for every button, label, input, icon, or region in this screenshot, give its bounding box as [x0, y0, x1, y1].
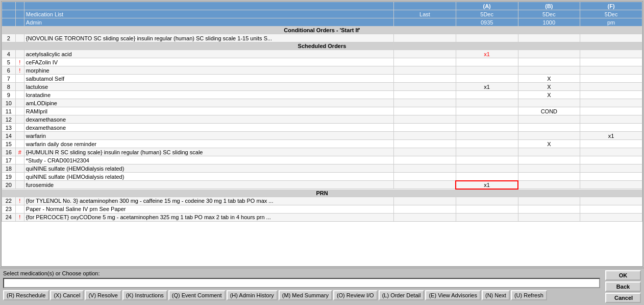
cancel-button[interactable]: (X) Cancel [50, 290, 84, 300]
medication-select-input[interactable] [3, 278, 600, 288]
row-last [394, 34, 456, 42]
select-label: Select medication(s) or Choose option: [3, 270, 602, 276]
admin-history-button[interactable]: (H) Admin History [227, 290, 278, 300]
table-row[interactable]: 9 loratadine X [2, 91, 642, 99]
table-row[interactable]: 2 {NOVOLIN GE TORONTO SC sliding scale} … [2, 34, 642, 42]
col-f-time: pm [580, 18, 642, 27]
prn-header: PRN [2, 189, 642, 197]
back-button[interactable]: Back [605, 281, 641, 292]
table-row[interactable]: 13 dexamethasone [2, 124, 642, 132]
col-b-time: 1000 [518, 18, 580, 27]
header-row-3: Admin 0935 1000 pm [2, 18, 642, 27]
table-row[interactable]: 15 warfarin daily dose reminder X [2, 140, 642, 148]
table-row[interactable]: 6 ! morphine [2, 66, 642, 75]
col-b-date: 5Dec [518, 10, 580, 18]
side-buttons: OK Back Cancel [605, 270, 641, 303]
col-a-time: 0935 [456, 18, 518, 27]
medication-table: (A) (B) (F) Medication List Last 5Dec 5D… [2, 2, 642, 222]
main-container: (A) (B) (F) Medication List Last 5Dec 5D… [0, 0, 644, 305]
col-flag-subheader [15, 10, 24, 18]
buttons-and-input: Select medication(s) or Choose option: (… [3, 270, 602, 300]
next-button[interactable]: (N) Next [482, 290, 510, 300]
view-advisories-button[interactable]: (E) View Advisories [425, 290, 481, 300]
table-row[interactable]: 19 quiNINE sulfate (HEMOdialysis related… [2, 173, 642, 181]
bottom-panel: Select medication(s) or Choose option: (… [0, 268, 644, 305]
table-row[interactable]: 8 lactulose x1 X [2, 83, 642, 91]
table-row[interactable]: 4 acetylsalicylic acid x1 [2, 50, 642, 58]
col-flag-subheader2 [15, 18, 24, 27]
conditional-orders-header: Conditional Orders - 'Start If' [2, 27, 642, 34]
scheduled-orders-header: Scheduled Orders [2, 42, 642, 50]
reschedule-button[interactable]: (R) Reschedule [3, 290, 49, 300]
col-flag-header [15, 2, 24, 10]
col-last-subheader: Last [394, 10, 456, 18]
refresh-button[interactable]: (U) Refresh [511, 290, 547, 300]
highlighted-cell: x1 [456, 181, 518, 189]
row-flag [15, 34, 24, 42]
cancel-side-button[interactable]: Cancel [605, 293, 641, 303]
review-io-button[interactable]: (O) Review I/O [333, 290, 378, 300]
table-area: (A) (B) (F) Medication List Last 5Dec 5D… [1, 1, 643, 267]
table-row[interactable]: 14 warfarin x1 [2, 132, 642, 140]
table-row[interactable]: 11 RAMIpril COND [2, 107, 642, 115]
col-a-header: (A) [456, 2, 518, 10]
table-row[interactable]: 7 salbutamol Self X [2, 75, 642, 83]
instructions-button[interactable]: (K) Instructions [122, 290, 167, 300]
row-b [518, 34, 580, 42]
row-f [580, 34, 642, 42]
table-row[interactable]: 22 ! {for TYLENOL No. 3} acetaminophen 3… [2, 197, 642, 205]
col-f-date: 5Dec [580, 10, 642, 18]
table-row[interactable]: 10 amLODipine [2, 99, 642, 107]
table-row[interactable]: 12 dexamethasone [2, 115, 642, 124]
col-f-header: (F) [580, 2, 642, 10]
table-row[interactable]: 16 # {HUMULIN R SC sliding scale} insuli… [2, 148, 642, 156]
order-detail-button[interactable]: (L) Order Detail [379, 290, 425, 300]
col-num-subheader [2, 10, 16, 18]
table-row[interactable]: 24 ! {for PERCOCET} oxyCODone 5 mg - ace… [2, 213, 642, 221]
col-a-date: 5Dec [456, 10, 518, 18]
med-summary-button[interactable]: (M) Med Summary [279, 290, 332, 300]
col-last-header [394, 2, 456, 10]
table-row[interactable]: 23 Paper - Normal Saline IV prn See Pape… [2, 205, 642, 213]
header-row-1: (A) (B) (F) [2, 2, 642, 10]
ok-button[interactable]: OK [605, 270, 641, 280]
input-row [3, 278, 602, 288]
row-med-name: {NOVOLIN GE TORONTO SC sliding scale} in… [24, 34, 393, 42]
col-med-subheader: Medication List [24, 10, 393, 18]
col-med-header [24, 2, 393, 10]
row-num: 2 [2, 34, 16, 42]
col-num-header [2, 2, 16, 10]
col-med-subheader2: Admin [24, 18, 393, 27]
col-num-subheader2 [2, 18, 16, 27]
col-b-header: (B) [518, 2, 580, 10]
table-row[interactable]: 5 ! ceFAZolin IV [2, 58, 642, 66]
bottom-row-container: Select medication(s) or Choose option: (… [3, 270, 641, 303]
row-a [456, 34, 518, 42]
header-row-2: Medication List Last 5Dec 5Dec 5Dec [2, 10, 642, 18]
table-row[interactable]: 20 furosemide x1 [2, 181, 642, 189]
resolve-button[interactable]: (V) Resolve [85, 290, 121, 300]
table-row[interactable]: 18 quiNINE sulfate (HEMOdialysis related… [2, 165, 642, 173]
event-comment-button[interactable]: (Q) Event Comment [168, 290, 226, 300]
col-last-subheader2 [394, 18, 456, 27]
action-buttons-row: (R) Reschedule (X) Cancel (V) Resolve (K… [3, 290, 602, 300]
table-row[interactable]: 17 *Study - CRAD001H2304 [2, 156, 642, 165]
